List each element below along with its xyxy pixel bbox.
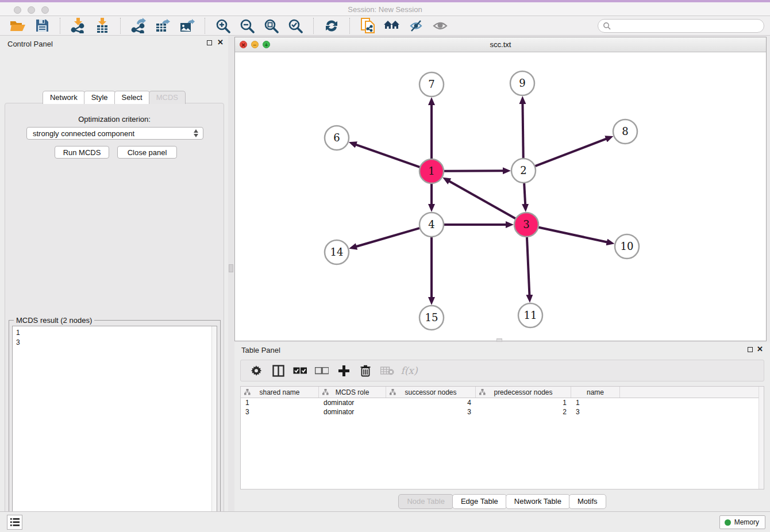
graph-node-label-3: 3: [523, 218, 529, 230]
table-tab-motifs[interactable]: Motifs: [569, 494, 606, 509]
network-canvas[interactable]: 7968124314101511: [235, 52, 766, 341]
open-session-button[interactable]: [9, 18, 26, 34]
delete-table-button[interactable]: [379, 362, 396, 379]
main-toolbar: [0, 16, 770, 36]
table-cell[interactable]: 2: [476, 407, 571, 417]
column-header-MCDS-role[interactable]: MCDS role: [319, 387, 386, 398]
tab-select[interactable]: Select: [114, 91, 150, 104]
hierarchy-sort-icon: [479, 389, 486, 395]
graph-edge-2-9[interactable]: [522, 103, 523, 159]
table-tab-edge-table[interactable]: Edge Table: [452, 494, 507, 509]
graph-edge-3-1[interactable]: [449, 181, 516, 219]
delete-table-icon: [380, 366, 394, 375]
refresh-button[interactable]: [323, 18, 340, 34]
table-cell[interactable]: 1: [241, 398, 319, 407]
table-panel-title: Table Panel: [241, 346, 280, 354]
tab-style[interactable]: Style: [84, 91, 116, 104]
table-settings-button[interactable]: [248, 362, 265, 379]
float-panel-icon[interactable]: [207, 40, 212, 45]
show-hidden-eye-button[interactable]: [432, 18, 449, 34]
node-table[interactable]: shared nameMCDS rolesuccessor nodesprede…: [240, 386, 764, 489]
deselect-all-button[interactable]: [313, 362, 330, 379]
table-cell[interactable]: 4: [386, 398, 476, 407]
show-all-homes-button[interactable]: [383, 18, 401, 34]
column-header-predecessor-nodes[interactable]: predecessor nodes: [476, 387, 571, 398]
clone-network-button[interactable]: [359, 18, 376, 34]
table-row[interactable]: 3dominator323: [241, 407, 764, 417]
graph-edge-2-3[interactable]: [524, 183, 525, 205]
network-window-titlebar[interactable]: ✕ − + scc.txt: [235, 37, 766, 52]
graph-edge-4-14[interactable]: [356, 228, 420, 247]
table-cell[interactable]: 1: [571, 398, 620, 407]
fx-icon: f(x): [401, 365, 417, 376]
eye-slash-icon: [408, 20, 424, 32]
zoom-out-button[interactable]: [238, 18, 256, 34]
graph-edge-3-10[interactable]: [538, 227, 608, 242]
column-header-shared-name[interactable]: shared name: [241, 387, 319, 398]
import-table-button[interactable]: [94, 18, 111, 34]
column-header-successor-nodes[interactable]: successor nodes: [386, 387, 476, 398]
task-history-button[interactable]: [7, 515, 22, 530]
table-cell[interactable]: 3: [571, 407, 620, 417]
titlebar: Session: New Session: [0, 0, 770, 16]
mcds-result-text[interactable]: 1 3: [12, 326, 217, 532]
graph-node-label-2: 2: [520, 164, 526, 176]
result-scrollbar[interactable]: [211, 326, 217, 532]
zoom-selected-button[interactable]: [287, 18, 304, 34]
table-toolbar: f(x): [240, 360, 764, 381]
float-table-panel-icon[interactable]: [748, 347, 753, 352]
mcds-panel: Optimization criterion: strongly connect…: [5, 103, 224, 532]
mcds-result-group: MCDS result (2 nodes) 1 3: [9, 320, 221, 532]
network-resize-grip[interactable]: [496, 338, 502, 342]
table-tab-network-table[interactable]: Network Table: [506, 494, 570, 509]
control-panel-tabs: NetworkStyleSelectMCDS: [0, 91, 228, 104]
select-all-button[interactable]: [291, 362, 309, 379]
column-header-name[interactable]: name: [571, 387, 620, 398]
splitter-grip[interactable]: [229, 264, 233, 272]
zoom-in-icon: [215, 18, 230, 33]
export-table-button[interactable]: [154, 18, 171, 34]
table-tab-node-table[interactable]: Node Table: [398, 494, 453, 509]
table-cell[interactable]: 1: [476, 398, 571, 407]
close-panel-icon[interactable]: ✕: [217, 38, 224, 47]
tab-mcds[interactable]: MCDS: [149, 91, 186, 104]
table-scrollbar[interactable]: [759, 387, 764, 489]
tab-network[interactable]: Network: [43, 91, 85, 104]
column-view-button[interactable]: [270, 362, 287, 379]
zoom-in-button[interactable]: [214, 18, 232, 34]
table-row[interactable]: 1dominator411: [241, 398, 764, 407]
table-cell[interactable]: 3: [386, 407, 476, 417]
table-cell[interactable]: 3: [241, 407, 319, 417]
export-network-button[interactable]: [130, 18, 147, 34]
graph-edge-1-2[interactable]: [444, 171, 504, 171]
close-panel-button[interactable]: Close panel: [117, 146, 177, 159]
zoom-fit-button[interactable]: [263, 18, 280, 34]
select-stepper-icon: [193, 129, 199, 138]
function-builder-button[interactable]: f(x): [401, 362, 418, 379]
hide-selected-eye-button[interactable]: [407, 18, 425, 34]
graph-edge-1-6[interactable]: [355, 144, 420, 167]
hierarchy-sort-icon: [244, 389, 251, 395]
trash-icon: [360, 365, 371, 377]
close-table-panel-icon[interactable]: ✕: [757, 345, 763, 353]
table-cell[interactable]: dominator: [319, 407, 386, 417]
graph-edge-2-8[interactable]: [535, 138, 607, 166]
homes-icon: [383, 20, 401, 32]
optimization-criterion-select[interactable]: strongly connected component: [26, 127, 203, 140]
delete-column-button[interactable]: [357, 362, 374, 379]
graph-node-label-4: 4: [428, 218, 434, 230]
table-cell[interactable]: dominator: [319, 398, 386, 407]
run-mcds-button[interactable]: Run MCDS: [55, 146, 109, 159]
memory-button[interactable]: Memory: [719, 515, 765, 529]
export-table-icon: [155, 18, 170, 33]
graph-node-label-9: 9: [519, 77, 525, 89]
save-session-button[interactable]: [33, 18, 51, 34]
add-column-button[interactable]: [335, 362, 352, 379]
search-field[interactable]: [598, 19, 764, 33]
mcds-result-title: MCDS result (2 nodes): [14, 316, 94, 325]
graph-edge-3-11[interactable]: [527, 237, 530, 296]
panel-splitter[interactable]: [228, 36, 234, 511]
export-image-button[interactable]: [178, 18, 195, 34]
search-input[interactable]: [611, 20, 764, 32]
import-network-button[interactable]: [70, 18, 87, 34]
